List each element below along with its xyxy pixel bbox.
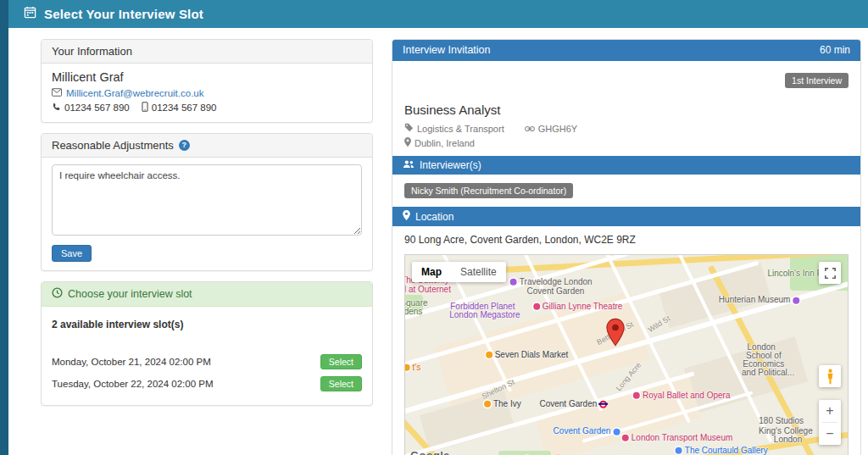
job-city: Dublin, Ireland — [415, 138, 475, 148]
map-marker-icon — [404, 137, 411, 148]
map-label: rail at Outernet — [404, 286, 451, 295]
interviewers-bar: Interviewer(s) — [392, 156, 860, 175]
slots-title: Choose your interview slot — [68, 288, 192, 300]
map-label: Royal Ballet and Opera — [633, 391, 730, 401]
slot-label: Monday, October 21, 2024 02:00 PM — [52, 357, 211, 367]
phone-icon — [52, 103, 61, 114]
map-label: Travelodge London — [510, 278, 593, 287]
map-label: London Megastore — [449, 310, 520, 319]
select-slot-button[interactable]: Select — [320, 354, 362, 369]
gallery-poi-icon — [676, 447, 682, 454]
envelope-icon — [52, 88, 62, 98]
satellite-view-button[interactable]: Satellite — [451, 262, 506, 282]
slots-heading: Choose your interview slot — [42, 282, 372, 307]
tag-icon — [404, 123, 414, 134]
interviewer-badge: Nicky Smith (Recruitment Co-ordinator) — [404, 183, 573, 198]
google-logo[interactable]: Google — [410, 449, 450, 455]
slots-panel: Choose your interview slot 2 available i… — [41, 281, 373, 406]
map-label: Covent Garden — [527, 287, 585, 297]
map-label: Hunterian Museum — [719, 296, 799, 305]
museum-poi-icon — [793, 297, 799, 303]
museum-poi-icon — [622, 435, 629, 441]
slot-row: Monday, October 21, 2024 02:00 PM Select — [52, 352, 362, 371]
stage-badge: 1st Interview — [785, 73, 849, 88]
pegman-control[interactable] — [819, 365, 841, 387]
theatre-poi-icon — [533, 303, 540, 310]
restaurant-poi-icon — [484, 401, 491, 408]
map-label: 180 Studios — [759, 417, 804, 426]
sidebar-strip — [0, 0, 8, 455]
map-label: London — [774, 436, 802, 445]
page-title: Select Your Interview Slot — [44, 7, 203, 21]
clock-icon — [52, 287, 63, 301]
link-icon — [525, 124, 535, 134]
food-poi-icon — [486, 352, 492, 358]
map-label: London Transport Museum — [622, 434, 733, 443]
save-button[interactable]: Save — [52, 245, 92, 262]
fullscreen-button[interactable] — [819, 262, 841, 284]
location-address: 90 Long Acre, Covent Garden, London, WC2… — [392, 226, 860, 253]
zoom-out-button[interactable]: − — [819, 423, 841, 445]
users-icon — [403, 159, 415, 171]
zoom-in-button[interactable]: + — [819, 400, 841, 422]
job-sector: Logistics & Transport — [417, 124, 504, 134]
interviewers-title: Interviewer(s) — [420, 159, 481, 171]
help-icon[interactable]: ? — [179, 140, 190, 151]
candidate-email-link[interactable]: Millicent.Graf@webrecruit.co.uk — [66, 88, 204, 98]
attraction-poi-icon — [633, 392, 640, 399]
adjustments-panel: Reasonable Adjustments ? I require wheel… — [41, 133, 373, 271]
candidate-name: Millicent Graf — [52, 70, 362, 84]
google-map[interactable]: Lincoln's Inn Fields The Butterfly rail … — [404, 254, 849, 455]
adjustments-heading: Reasonable Adjustments ? — [42, 134, 372, 158]
job-reference: GHGH6Y — [538, 124, 577, 134]
slot-label: Tuesday, October 22, 2024 02:00 PM — [52, 379, 214, 389]
candidate-phone: 01234 567 890 — [64, 103, 130, 113]
map-label: Covent Garden — [554, 427, 620, 436]
app-header: Select Your Interview Slot — [8, 0, 868, 28]
lodging-poi-icon — [510, 279, 517, 286]
location-pin-icon[interactable] — [606, 318, 625, 350]
your-information-title: Your Information — [52, 45, 132, 58]
underground-station-icon — [599, 401, 607, 408]
shopping-poi-icon — [613, 428, 620, 435]
slot-row: Tuesday, October 22, 2024 02:00 PM Selec… — [52, 375, 362, 393]
calendar-icon — [24, 6, 36, 22]
map-label: Covent Garden — [539, 400, 607, 409]
your-information-heading: Your Information — [42, 40, 372, 64]
your-information-panel: Your Information Millicent Graf Millicen… — [41, 39, 373, 123]
interview-duration: 60 min — [820, 44, 850, 56]
map-type-control: Map Satellite — [412, 262, 506, 282]
map-label: The Ivy — [484, 400, 521, 409]
invitation-heading: Interview Invitation 60 min — [392, 40, 860, 61]
location-title: Location — [415, 211, 453, 223]
map-label: rdens — [404, 308, 422, 317]
map-label: and Political... — [742, 369, 794, 378]
adjustments-title: Reasonable Adjustments — [52, 139, 174, 152]
location-bar: Location — [392, 207, 860, 226]
map-label: t's — [404, 363, 420, 372]
map-label: Seven Dials Market — [486, 351, 569, 360]
job-title: Business Analyst — [392, 88, 860, 117]
map-view-button[interactable]: Map — [412, 262, 451, 282]
slot-count: 2 available interview slot(s) — [52, 319, 362, 330]
adjustments-textarea[interactable]: I require wheelchair access. — [52, 164, 362, 236]
mobile-icon — [142, 102, 148, 114]
interview-invitation-panel: Interview Invitation 60 min 1st Intervie… — [392, 39, 861, 455]
food-poi-icon — [404, 364, 409, 371]
map-marker-icon — [403, 210, 410, 223]
map-label: Gillian Lynne Theatre — [533, 302, 623, 312]
invitation-title: Interview Invitation — [403, 44, 491, 56]
candidate-mobile: 01234 567 890 — [152, 103, 217, 113]
select-slot-button[interactable]: Select — [320, 376, 362, 391]
zoom-control: + − — [819, 400, 841, 445]
